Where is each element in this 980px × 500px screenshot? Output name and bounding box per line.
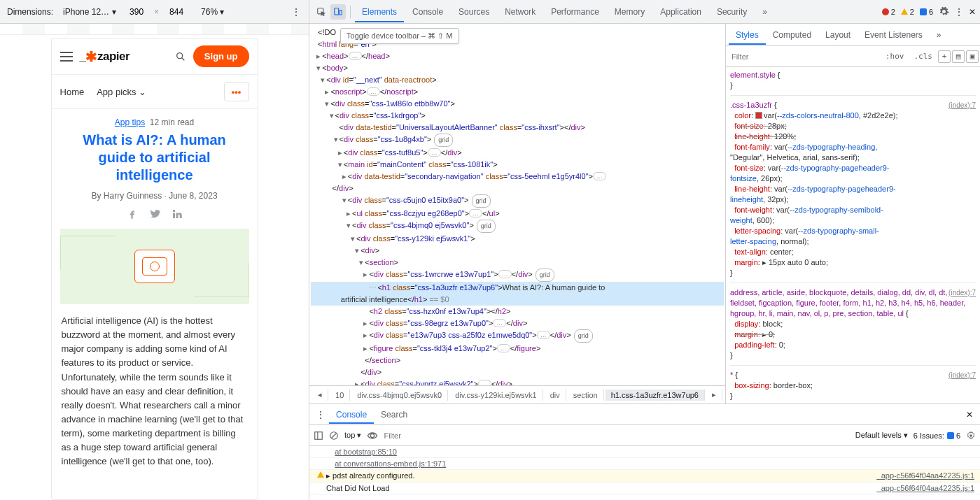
linkedin-icon[interactable] [171,208,183,220]
nav-apppicks[interactable]: App picks ⌄ [97,87,146,97]
dom-node[interactable]: ▾<div id="__next" data-reactroot> [311,74,724,86]
dom-node[interactable]: ▾<div class="css-1kdrgop"> [311,110,724,122]
css-rule[interactable]: (index):7* { box-sizing: border-box;} [730,370,976,403]
dom-node[interactable]: ▸<div class="css-98egrz e13w7up0">…</div… [311,317,724,329]
stab-styles[interactable]: Styles [729,25,766,45]
stab-layout[interactable]: Layout [818,25,858,45]
close-icon[interactable]: ✕ [969,7,976,17]
search-icon[interactable] [175,51,186,62]
clear-console-icon[interactable] [329,431,339,441]
computed-sidebar-icon[interactable]: ▤ [952,50,965,63]
tab-console[interactable]: Console [405,1,450,22]
info-count[interactable]: 6 [920,8,933,16]
stab-computed[interactable]: Computed [766,25,818,45]
dom-node[interactable]: ▾<main id="mainContent" class="css-1081i… [311,159,724,171]
issues-link[interactable]: 6 Issues: 6 [913,431,960,440]
dom-node[interactable]: ▾<div class="css-1u8g4xb">grid [311,134,724,147]
settings-icon[interactable] [939,6,949,17]
inspect-icon[interactable] [314,4,329,20]
warning-count[interactable]: 2 [901,8,914,16]
dom-node[interactable]: <h2 class="css-hzx0nf e13w7up4"></h2> [311,306,724,317]
breadcrumb-item[interactable]: div.css-y129ki.ej5wsvk1 [449,390,543,401]
log-levels-select[interactable]: Default levels ▾ [855,431,908,440]
dom-node[interactable]: ▸<div data-testid="secondary-navigation"… [311,171,724,194]
hov-toggle[interactable]: :hov [881,52,909,61]
dom-node[interactable]: ▸<div class="css-bvprtz ej5wsvk2">…</div… [311,378,724,385]
nav-home[interactable]: Home [60,87,85,97]
dom-node[interactable]: ⋯<h1 class="css-1a3uzfr e13w7up6">What i… [311,282,724,306]
drawer-tab-search[interactable]: Search [374,406,414,424]
dom-tree[interactable]: <!DO <html lang="en"> ▸<head>…</head> ▾<… [309,24,725,385]
live-expression-icon[interactable] [367,431,378,440]
console-line[interactable]: ▸ pdst already configured._app-c56f64f04… [309,470,980,483]
tabs-overflow-icon[interactable]: » [755,1,774,22]
tab-sources[interactable]: Sources [451,1,496,22]
breadcrumbs[interactable]: ◂10div.css-4bjmq0.ej5wsvk0div.css-y129ki… [309,385,725,403]
console-line[interactable]: at bootstrap:85:10 [309,446,980,458]
rendering-icon[interactable]: ▣ [966,50,979,63]
signup-button[interactable]: Sign up [193,45,249,67]
console-line[interactable]: at conversations-embed.js:1:971 [309,458,980,470]
width-input[interactable] [123,4,150,20]
dom-node[interactable]: ▸<ul class="css-8czjyu eg268ep0">…</ul> [311,208,724,220]
hamburger-icon[interactable] [60,52,73,62]
facebook-icon[interactable] [126,208,139,220]
console-filter-input[interactable] [384,429,849,443]
breadcrumb-item[interactable]: ▸ [706,389,722,401]
kebab-icon[interactable]: ⋮ [955,7,963,17]
console-prompt[interactable]: › [309,494,980,500]
context-select[interactable]: top ▾ [344,431,361,440]
tab-performance[interactable]: Performance [544,1,606,22]
drawer-tab-console[interactable]: Console [329,406,374,424]
device-toolbar-icon[interactable] [330,4,346,20]
tab-application[interactable]: Application [653,1,708,22]
tab-security[interactable]: Security [710,1,754,22]
console-sidebar-icon[interactable] [314,431,323,441]
dom-node[interactable]: <div data-testid="UniversalLayoutAlertBa… [311,122,724,134]
breadcrumb-item[interactable]: h1.css-1a3uzfr.e13w7up6 [606,390,705,401]
dom-node[interactable]: ▸<div class="e13w7up3 css-a25f0z e1mwe5d… [311,329,724,343]
stab-eventlisteners[interactable]: Event Listeners [858,25,930,45]
console-line[interactable]: Chat Did Not Load_app-c56f64f04aa42235.j… [309,483,980,494]
drawer-close-icon[interactable]: ✕ [962,410,977,420]
stabs-overflow-icon[interactable]: » [930,25,948,45]
drawer-kebab-icon[interactable]: ⋮ [312,410,329,420]
breadcrumb-item[interactable]: section [568,390,604,401]
dom-node[interactable]: ▸<div class="css-tuf8u5">…</div> [311,147,724,159]
twitter-icon[interactable] [148,208,161,220]
css-rule[interactable]: (index):7.css-1a3uzfr { color: var(--zds… [730,100,976,283]
dom-node[interactable]: ▾<div class="css-y129ki ej5wsvk1"> [311,233,724,245]
dom-node[interactable]: ▸<figure class="css-tkl3j4 e13w7up2">…</… [311,343,724,355]
tab-memory[interactable]: Memory [608,1,652,22]
device-select[interactable]: iPhone 12… ▾ [60,4,119,20]
error-count[interactable]: 2 [882,8,895,16]
tab-elements[interactable]: Elements [355,1,404,22]
dom-node[interactable]: ▸<div class="css-1wrcrwe e13w7up1">…</di… [311,269,724,282]
breadcrumb-item[interactable]: 10 [330,390,350,401]
dom-node[interactable]: ▸<head>…</head> [311,50,724,62]
breadcrumb-item[interactable]: div.css-4bjmq0.ej5wsvk0 [351,390,448,401]
styles-filter-input[interactable] [727,49,880,64]
nav-more-button[interactable]: ••• [224,82,249,101]
dom-node[interactable]: ▾<body> [311,62,724,74]
css-rule[interactable]: (index):7address, article, aside, blockq… [730,287,976,366]
dom-node[interactable]: ▸<noscript>…</noscript> [311,86,724,98]
css-rule[interactable]: element.style {} [730,70,976,96]
height-input[interactable] [163,4,190,20]
app-tips-link[interactable]: App tips [115,117,145,127]
zapier-logo[interactable]: _✱zapier [80,48,130,65]
console-output[interactable]: at bootstrap:85:10 at conversations-embe… [309,446,980,500]
dom-node[interactable]: ▾<div class="css-4bjmq0 ej5wsvk0">grid [311,220,724,233]
dom-node[interactable]: ▾<div class="css-c5ujn0 e15itx9a0">grid [311,194,724,208]
new-rule-icon[interactable]: + [938,50,951,63]
breadcrumb-item[interactable]: div [545,390,566,401]
zoom-select[interactable]: 76% ▾ [201,7,224,17]
cls-toggle[interactable]: .cls [910,52,937,61]
dom-node[interactable]: </div> [311,366,724,378]
dom-node[interactable]: ▾<section> [311,257,724,269]
console-settings-icon[interactable] [966,431,976,441]
dom-node[interactable]: ▾<div class="css-1wl86lo etbb8w70"> [311,98,724,110]
dom-node[interactable]: </section> [311,355,724,366]
dom-node[interactable]: ▾<div> [311,245,724,257]
breadcrumb-item[interactable]: ◂ [312,389,328,401]
